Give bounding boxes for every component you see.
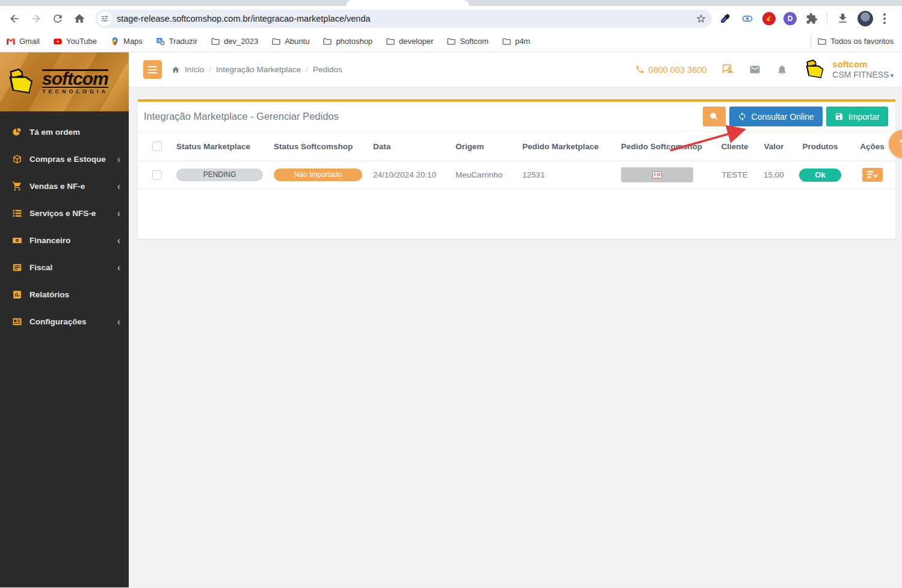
table-header-row: Status Marketplace Status Softcomshop Da… [138,132,895,161]
bookmark-folder-abuntu[interactable]: Abuntu [271,37,309,46]
status-softcomshop-badge: Não Importado [274,169,362,181]
softcom-extension-icon[interactable] [762,12,776,25]
site-settings-icon[interactable] [97,11,112,26]
sidebar-menu: Tá em ordem Compras e Estoque ‹ Vendas e… [0,111,129,335]
chevron-left-icon: ‹ [117,208,120,219]
bookmark-folder-developer[interactable]: developer [386,37,433,46]
chevron-down-icon: ▾ [890,72,894,79]
notifications-bell-icon[interactable] [776,64,788,75]
account-folder-icon [803,60,827,79]
profile-avatar[interactable] [857,11,873,26]
reload-icon [52,13,64,25]
folder-icon [502,37,511,46]
bookmark-folder-softcom[interactable]: Softcom [446,37,489,46]
browser-menu-icon[interactable] [881,11,888,26]
col-valor: Valor [764,142,783,151]
bookmark-maps[interactable]: Maps [110,37,143,46]
support-phone-number: 0800 003 3600 [649,65,707,75]
breadcrumb-home[interactable]: Início [185,65,204,74]
forward-arrow-icon [30,13,42,25]
search-icon [709,112,718,121]
row-actions-button[interactable] [862,168,883,182]
account-menu[interactable]: softcom CSM FITNESS▾ [803,59,894,80]
sidebar-item-servicos-e-nfse[interactable]: Serviços e NFS-e ‹ [0,200,129,227]
sidebar-item-ta-em-ordem[interactable]: Tá em ordem [0,119,129,146]
back-button[interactable] [5,9,24,28]
folder-icon [211,37,220,46]
bookmark-star-icon[interactable] [694,11,708,26]
col-cliente: Cliente [721,142,748,151]
browser-chrome: stage-release.softcomshop.com.br/integra… [0,0,902,52]
sidebar-item-vendas-e-nfe[interactable]: Vendas e NF-e ‹ [0,173,129,200]
sidebar-item-configuracoes[interactable]: Configurações ‹ [0,308,129,335]
col-status-marketplace: Status Marketplace [176,142,274,151]
breadcrumb-pedidos[interactable]: Pedidos [313,65,342,74]
folder-icon [386,37,395,46]
sidebar-item-fiscal[interactable]: Fiscal ‹ [0,254,129,281]
cell-valor: 15,00 [764,170,784,179]
cell-origem: MeuCarrinho [456,170,522,179]
downloads-icon[interactable] [835,11,850,26]
bookmarks-bar: Gmail YouTube Maps AaTraduzir dev_2023 A… [0,31,902,52]
tab-capture-extension-icon[interactable] [740,11,755,26]
home-icon [73,13,85,25]
col-data: Data [373,142,456,151]
account-name: softcom [832,59,894,69]
back-arrow-icon [8,13,20,25]
sync-icon [738,112,747,121]
phone-icon [635,65,644,74]
all-favorites-button[interactable]: Todos os favoritos [817,37,894,46]
bookmark-gmail[interactable]: Gmail [6,37,40,46]
newspaper-icon [12,317,22,327]
forward-button[interactable] [26,9,46,28]
bookmarks-separator [811,36,811,48]
search-button[interactable] [703,107,726,126]
cart-icon [12,181,22,191]
bookmark-folder-p4m[interactable]: p4m [502,37,530,46]
tab-strip[interactable] [0,0,902,6]
folder-icon [446,37,456,46]
chevron-left-icon: ‹ [117,262,120,273]
bookmark-translate[interactable]: AaTraduzir [156,37,197,46]
mail-icon[interactable] [749,64,761,75]
sidebar-item-financeiro[interactable]: Financeiro ‹ [0,227,129,254]
chat-support-icon[interactable] [722,64,734,75]
extensions-puzzle-icon[interactable] [805,11,819,26]
sidebar-toggle-button[interactable] [143,60,162,79]
bookmark-folder-photoshop[interactable]: photoshop [323,37,372,46]
table-row: PENDING Não Importado 24/10/2024 20:10 M… [138,161,895,189]
sidebar-item-relatorios[interactable]: Relatórios [0,281,129,308]
bookmark-folder-dev2023[interactable]: dev_2023 [211,37,258,46]
translate-icon: Aa [156,37,165,46]
consultar-online-button[interactable]: Consultar Online [729,107,823,126]
softcom-folder-icon [6,69,37,95]
active-tab[interactable] [346,0,469,6]
youtube-icon [53,37,63,46]
list-icon [12,208,22,218]
chevron-left-icon: ‹ [117,235,120,246]
home-button[interactable] [70,9,89,28]
box-icon [12,154,22,164]
select-all-checkbox[interactable] [152,141,162,151]
folder-icon [323,37,332,46]
bookmark-youtube[interactable]: YouTube [53,37,97,46]
d-extension-icon[interactable]: D [783,12,797,25]
breadcrumb-integracao[interactable]: Integração Marketplace [216,65,301,74]
row-checkbox[interactable] [152,170,162,180]
url-bar[interactable]: stage-release.softcomshop.com.br/integra… [95,10,712,28]
sidebar-item-compras-e-estoque[interactable]: Compras e Estoque ‹ [0,146,129,173]
url-text[interactable]: stage-release.softcomshop.com.br/integra… [117,14,694,23]
pedido-softcomshop-button[interactable] [621,167,693,182]
bar-chart-icon [12,289,22,300]
id-card-icon [652,172,662,179]
reload-button[interactable] [48,9,67,28]
importar-button[interactable]: Importar [826,107,888,126]
gmail-icon [6,37,16,46]
chevron-left-icon: ‹ [117,181,120,192]
sidebar-logo[interactable]: softcom TECNOLOGIA [0,52,129,111]
support-phone[interactable]: 0800 003 3600 [635,65,707,75]
cell-data: 24/10/2024 20:10 [373,170,456,179]
eyedropper-extension-icon[interactable] [718,11,732,26]
logo-wordmark: softcom [42,69,108,87]
account-company: CSM FITNESS [832,70,889,79]
